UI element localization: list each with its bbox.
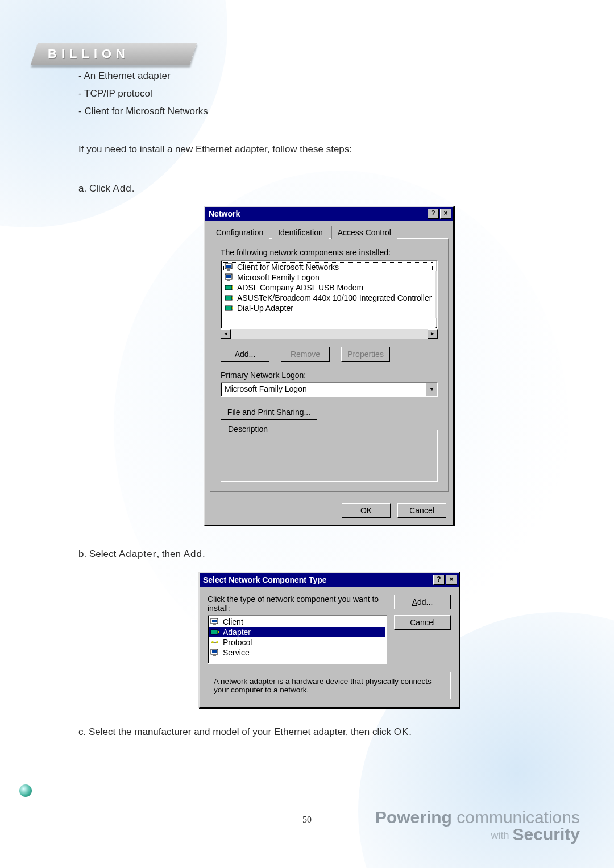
logo: BILLION	[31, 43, 197, 65]
svg-rect-7	[232, 286, 233, 289]
ok-button[interactable]: OK	[342, 503, 391, 518]
step-a-action: Add	[113, 183, 131, 194]
close-button[interactable]: ×	[440, 209, 451, 219]
list-item[interactable]: Dial-Up Adapter	[223, 303, 433, 313]
add-button[interactable]: Add...	[221, 347, 269, 362]
footer-powering: Powering	[375, 808, 452, 827]
list-item[interactable]: Client for Microsoft Networks	[223, 262, 433, 272]
scroll-down-icon[interactable]: ▼	[435, 318, 438, 328]
adapter-icon	[210, 628, 219, 636]
list-item-label: Microsoft Family Logon	[237, 273, 320, 282]
logo-text: BILLION	[34, 47, 130, 61]
step-a-suffix: .	[132, 183, 135, 194]
bullet-1: - An Ethernet adapter	[78, 68, 580, 85]
list-item-label: ASUSTeK/Broadcom 440x 10/100 Integrated …	[237, 293, 432, 302]
titlebar: Select Network Component Type ? ×	[200, 573, 459, 587]
list-item[interactable]: ASUSTeK/Broadcom 440x 10/100 Integrated …	[223, 293, 433, 303]
list-item[interactable]: Client	[209, 617, 385, 627]
help-button[interactable]: ?	[433, 575, 445, 585]
protocol-icon	[210, 638, 219, 646]
list-item[interactable]: Protocol	[209, 637, 385, 647]
horizontal-scrollbar[interactable]: ◄ ►	[221, 329, 438, 339]
component-listbox[interactable]: Client Adapter Protocol	[208, 615, 387, 664]
svg-point-18	[211, 641, 214, 643]
component-description: A network adapter is a hardware device t…	[208, 672, 451, 699]
footer-brand: Powering communications withSecurity	[375, 808, 580, 844]
step-c-suffix: .	[409, 726, 412, 737]
tab-strip: Configuration Identification Access Cont…	[205, 221, 453, 238]
scroll-left-icon[interactable]: ◄	[221, 329, 231, 339]
step-b-action2: Add	[184, 549, 202, 559]
components-listbox[interactable]: Client for Microsoft Networks Microsoft …	[221, 260, 438, 329]
svg-rect-14	[213, 624, 216, 625]
step-a: a. Click Add.	[78, 181, 580, 197]
step-a-prefix: a. Click	[78, 183, 113, 194]
list-item-label: Adapter	[223, 628, 251, 637]
svg-rect-4	[226, 275, 231, 278]
step-c-action: OK	[394, 726, 409, 737]
adapter-icon	[225, 284, 234, 292]
svg-point-19	[216, 641, 218, 643]
svg-rect-1	[226, 265, 231, 268]
svg-rect-11	[232, 307, 233, 309]
remove-button[interactable]: Remove	[281, 347, 330, 362]
help-button[interactable]: ?	[428, 209, 439, 219]
svg-rect-15	[211, 630, 218, 634]
close-button[interactable]: ×	[446, 575, 457, 585]
tab-access-control[interactable]: Access Control	[331, 226, 397, 239]
list-item[interactable]: Microsoft Family Logon	[223, 272, 433, 283]
vertical-scrollbar[interactable]: ▲ ▼	[435, 261, 438, 328]
bullet-2: - TCP/IP protocol	[78, 86, 580, 102]
list-item[interactable]: Service	[209, 647, 385, 658]
svg-rect-9	[232, 297, 233, 299]
tab-panel: The following network components are ins…	[210, 238, 449, 492]
description-group: Description	[221, 430, 438, 482]
dialog-title: Select Network Component Type	[203, 575, 432, 584]
service-icon	[210, 649, 219, 657]
tab-configuration[interactable]: Configuration	[210, 226, 269, 239]
primary-logon-label: Primary Network Logon:	[221, 371, 438, 380]
computer-icon	[210, 618, 219, 626]
installed-label: The following network components are ins…	[221, 248, 438, 257]
file-print-sharing-button[interactable]: File and Print Sharing...	[221, 405, 317, 420]
svg-rect-5	[227, 280, 230, 281]
scroll-up-icon[interactable]: ▲	[435, 261, 438, 271]
step-b-suffix: .	[202, 549, 205, 559]
list-item-label: Protocol	[223, 638, 252, 647]
chevron-down-icon[interactable]: ▼	[426, 383, 437, 396]
component-prompt: Click the type of network component you …	[208, 595, 387, 613]
footer-with: with	[491, 830, 509, 841]
logo-divider	[34, 67, 580, 67]
cancel-button[interactable]: Cancel	[397, 503, 446, 518]
computer-icon	[225, 263, 234, 271]
adapter-icon	[225, 294, 234, 302]
scroll-right-icon[interactable]: ►	[428, 329, 438, 339]
bullet-3: - Client for Microsoft Networks	[78, 103, 580, 120]
svg-rect-22	[213, 655, 216, 656]
step-b-mid: , then	[156, 549, 183, 559]
dialog-title: Network	[209, 209, 426, 218]
step-b: b. Select Adapter, then Add.	[78, 546, 580, 563]
list-item-label: Client for Microsoft Networks	[237, 263, 339, 272]
properties-button[interactable]: Properties	[341, 347, 390, 362]
svg-rect-16	[218, 631, 219, 633]
list-item-label: ADSL Company ADSL USB Modem	[237, 283, 363, 292]
cancel-button[interactable]: Cancel	[394, 615, 451, 630]
titlebar: Network ? ×	[205, 207, 453, 221]
list-item-label: Dial-Up Adapter	[237, 304, 293, 313]
svg-rect-13	[212, 620, 217, 622]
svg-rect-6	[225, 285, 232, 290]
component-type-dialog: Select Network Component Type ? × Click …	[198, 572, 460, 708]
svg-rect-21	[212, 650, 217, 653]
svg-rect-8	[225, 296, 232, 300]
tab-identification[interactable]: Identification	[272, 226, 329, 239]
list-item[interactable]: Adapter	[209, 627, 385, 637]
svg-rect-10	[225, 306, 232, 310]
list-item-label: Service	[223, 648, 250, 657]
add-button[interactable]: Add...	[394, 595, 451, 609]
footer-communications: communications	[457, 808, 580, 827]
list-item[interactable]: ADSL Company ADSL USB Modem	[223, 283, 433, 293]
primary-logon-dropdown[interactable]: Microsoft Family Logon ▼	[221, 382, 438, 397]
svg-rect-2	[227, 269, 230, 271]
footer-security: Security	[513, 825, 580, 844]
